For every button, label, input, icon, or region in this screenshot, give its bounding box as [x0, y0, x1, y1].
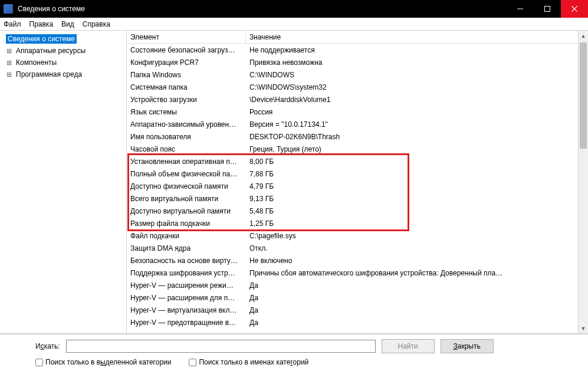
tree-item-label: Компоненты: [14, 58, 58, 67]
cell-value: Откл.: [246, 244, 588, 252]
cell-key: Hyper-V — расширения режи…: [127, 281, 246, 290]
close-button[interactable]: [561, 0, 588, 18]
expand-icon[interactable]: ⊞: [6, 47, 12, 55]
list-row[interactable]: Системная папкаC:\WINDOWS\system32: [127, 81, 588, 93]
cell-key: Hyper-V — предотвращение в…: [127, 319, 246, 327]
minimize-button[interactable]: [507, 0, 534, 18]
cell-key: Аппаратно-зависимый уровен…: [127, 120, 246, 129]
app-icon: [4, 4, 13, 14]
tree-item-hardware[interactable]: ⊞ Аппаратные ресурсы: [6, 45, 126, 57]
cell-key: Всего виртуальной памяти: [127, 195, 246, 203]
cell-value: Да: [246, 294, 588, 302]
cell-key: Системная папка: [127, 83, 246, 91]
cell-value: Да: [246, 306, 588, 314]
cell-key: Часовой пояс: [127, 145, 246, 153]
list-row[interactable]: Устройство загрузки\Device\HarddiskVolum…: [127, 93, 588, 106]
cell-value: C:\WINDOWS\system32: [246, 83, 588, 91]
search-selected-category-checkbox[interactable]: Поиск только в выделенной категории: [35, 358, 171, 366]
list-row[interactable]: Конфигурация PCR7Привязка невозможна: [127, 56, 588, 68]
list-row[interactable]: Аппаратно-зависимый уровен…Версия = "10.…: [127, 118, 588, 130]
list-row[interactable]: Hyper-V — виртуализация вкл…Да: [127, 304, 588, 316]
cell-key: Язык системы: [127, 108, 246, 116]
column-value[interactable]: Значение: [246, 31, 588, 43]
list-row[interactable]: Установленная оперативная п…8,00 ГБ: [127, 155, 588, 168]
tree-item-label: Программная среда: [14, 70, 84, 79]
tree-item-components[interactable]: ⊞ Компоненты: [6, 57, 126, 68]
cell-value: Греция, Турция (лето): [246, 145, 588, 153]
cell-value: Причины сбоя автоматического шифрования …: [246, 269, 588, 277]
list-row[interactable]: Hyper-V — расширения режи…Да: [127, 279, 588, 291]
list-row[interactable]: Всего виртуальной памяти9,13 ГБ: [127, 192, 588, 205]
cell-key: Установленная оперативная п…: [127, 157, 246, 166]
tree-root-label: Сведения о системе: [6, 34, 77, 44]
cell-value: DESKTOP-02K6N9B\Thrash: [246, 133, 588, 141]
search-label: Искать:: [35, 342, 60, 350]
list-row[interactable]: Hyper-V — расширения для п…Да: [127, 291, 588, 304]
cell-key: Состояние безопасной загруз…: [127, 46, 246, 54]
cell-value: Россия: [246, 108, 588, 116]
tree-item-software[interactable]: ⊞ Программная среда: [6, 68, 126, 80]
list-row[interactable]: Имя пользователяDESKTOP-02K6N9B\Thrash: [127, 130, 588, 143]
cell-value: Да: [246, 319, 588, 327]
scroll-up-icon[interactable]: ▲: [579, 31, 588, 41]
cell-value: Привязка невозможна: [246, 58, 588, 67]
list-row[interactable]: Полный объем физической па…7,88 ГБ: [127, 168, 588, 180]
cell-value: Не поддерживается: [246, 46, 588, 54]
list-row[interactable]: Часовой поясГреция, Турция (лето): [127, 143, 588, 155]
list-row[interactable]: Папка WindowsC:\WINDOWS: [127, 68, 588, 81]
menu-help[interactable]: Справка: [83, 20, 110, 28]
list-row[interactable]: Доступно физической памяти4,79 ГБ: [127, 180, 588, 192]
cell-key: Устройство загрузки: [127, 96, 246, 104]
list-row[interactable]: Безопасность на основе вирту…Не включено: [127, 254, 588, 267]
cell-key: Hyper-V — виртуализация вкл…: [127, 306, 246, 314]
app-window: Сведения о системе Файл Правка Вид Справ…: [0, 0, 588, 371]
cell-value: Не включено: [246, 257, 588, 265]
cell-key: Доступно виртуальной памяти: [127, 207, 246, 215]
list-row[interactable]: Состояние безопасной загруз…Не поддержив…: [127, 44, 588, 56]
cell-key: Поддержка шифрования устр…: [127, 269, 246, 277]
menu-file[interactable]: Файл: [4, 20, 21, 28]
cell-value: 7,88 ГБ: [246, 170, 588, 178]
list-row[interactable]: Hyper-V — предотвращение в…Да: [127, 316, 588, 329]
menu-view[interactable]: Вид: [61, 20, 74, 28]
column-element[interactable]: Элемент: [127, 31, 246, 43]
expand-icon[interactable]: ⊞: [6, 71, 12, 78]
tree-root[interactable]: Сведения о системе: [6, 33, 126, 45]
close-search-button[interactable]: Закрыть: [441, 339, 494, 353]
cell-key: Имя пользователя: [127, 133, 246, 141]
search-category-names-checkbox[interactable]: Поиск только в именах категорий: [189, 358, 308, 366]
menu-edit[interactable]: Правка: [29, 20, 54, 28]
tree-item-label: Аппаратные ресурсы: [14, 46, 87, 55]
cell-value: 9,13 ГБ: [246, 195, 588, 203]
cell-value: \Device\HarddiskVolume1: [246, 96, 588, 104]
cell-value: 1,25 ГБ: [246, 219, 588, 228]
scroll-down-icon[interactable]: ▼: [579, 323, 588, 333]
cell-key: Конфигурация PCR7: [127, 58, 246, 67]
cell-key: Hyper-V — расширения для п…: [127, 294, 246, 302]
list-row[interactable]: Защита DMA ядраОткл.: [127, 242, 588, 254]
list-row[interactable]: Доступно виртуальной памяти5,48 ГБ: [127, 205, 588, 217]
checkbox[interactable]: [35, 359, 43, 366]
scroll-thumb[interactable]: [580, 42, 587, 149]
list-row[interactable]: Язык системыРоссия: [127, 106, 588, 118]
expand-icon[interactable]: ⊞: [6, 59, 12, 67]
cell-value: C:\pagefile.sys: [246, 232, 588, 240]
list-row[interactable]: Поддержка шифрования устр…Причины сбоя а…: [127, 267, 588, 279]
list-body[interactable]: Состояние безопасной загруз…Не поддержив…: [127, 44, 588, 333]
cell-value: Версия = "10.0.17134.1": [246, 120, 588, 129]
svg-rect-1: [545, 6, 550, 12]
maximize-button[interactable]: [534, 0, 561, 18]
title-bar[interactable]: Сведения о системе: [0, 0, 588, 18]
cell-value: 5,48 ГБ: [246, 207, 588, 215]
list-row[interactable]: Файл подкачкиC:\pagefile.sys: [127, 229, 588, 242]
checkbox[interactable]: [189, 359, 196, 366]
search-input[interactable]: [66, 340, 376, 353]
content-area: Сведения о системе ⊞ Аппаратные ресурсы …: [0, 31, 588, 334]
vertical-scrollbar[interactable]: ▲ ▼: [578, 31, 588, 333]
cell-value: 4,79 ГБ: [246, 182, 588, 191]
list-row[interactable]: Размер файла подкачки1,25 ГБ: [127, 217, 588, 229]
find-button[interactable]: Найти: [382, 339, 435, 353]
cell-key: Защита DMA ядра: [127, 244, 246, 252]
cell-key: Доступно физической памяти: [127, 182, 246, 191]
search-panel: Искать: Найти Закрыть Поиск только в выд…: [0, 334, 588, 371]
